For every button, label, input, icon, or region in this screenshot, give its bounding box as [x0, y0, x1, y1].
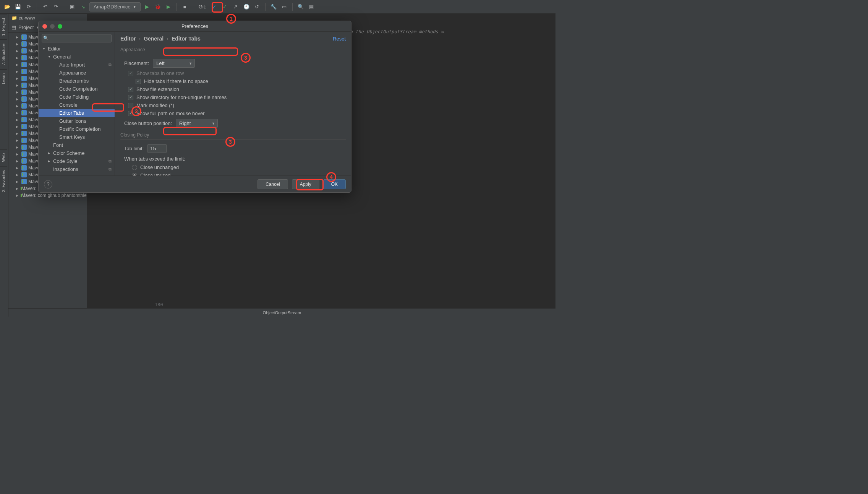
todo-icon[interactable]: ▤ [307, 3, 316, 11]
minimize-window-icon[interactable] [50, 24, 55, 29]
project-header-label: Project [18, 24, 34, 30]
pref-tree-editor-tabs[interactable]: Editor Tabs [39, 109, 115, 117]
stop-icon[interactable]: ■ [181, 3, 189, 11]
chk-show-dir[interactable] [128, 95, 133, 100]
status-text: ObjectOutputStream [263, 310, 301, 315]
project-view-icon: ▤ [11, 24, 16, 30]
cancel-button[interactable]: Cancel [257, 179, 288, 189]
zoom-window-icon[interactable] [58, 24, 62, 29]
caret-down-icon: ▼ [133, 5, 136, 9]
dialog-title: Preferences [181, 23, 208, 29]
gutter-tab-project[interactable]: 1: Project [0, 14, 7, 39]
preferences-search-input[interactable] [42, 34, 112, 42]
hammer-icon[interactable]: ↘ [79, 3, 87, 11]
pref-tree-code-completion[interactable]: Code Completion [39, 85, 115, 93]
help-icon[interactable]: ? [44, 180, 52, 188]
save-icon[interactable]: 💾 [14, 3, 22, 11]
chk-file-ext[interactable] [128, 87, 133, 92]
separator [64, 3, 64, 11]
gutter-tab-learn[interactable]: Learn [0, 69, 7, 88]
module-icon [21, 165, 27, 171]
expand-icon: ▶ [16, 187, 18, 190]
pref-tree-smart-keys[interactable]: Smart Keys [39, 133, 115, 141]
crumb-editor[interactable]: Editor [120, 36, 136, 42]
tab-limit-input[interactable] [147, 144, 167, 153]
pref-tree-auto-import[interactable]: Auto Import⧉ [39, 61, 115, 69]
expand-icon: ▶ [16, 63, 20, 67]
tree-item-label: Maven: com github phantomthief [21, 193, 87, 198]
ok-button[interactable]: OK [323, 179, 346, 189]
separator [193, 3, 193, 11]
radio-unused-label: Close unused [140, 172, 171, 176]
pref-tree-color-scheme[interactable]: ▶Color Scheme [39, 149, 115, 157]
left-tool-gutter: 1: Project 7: Structure Learn Web 2: Fav… [0, 14, 8, 317]
sync-icon[interactable]: ⟳ [24, 3, 33, 11]
crumb-general[interactable]: General [144, 36, 164, 42]
run-config-selector[interactable]: AmapGDService ▼ [89, 2, 141, 11]
close-window-icon[interactable] [42, 24, 47, 29]
radio-close-unused[interactable] [132, 173, 137, 176]
pref-tree-code-folding[interactable]: Code Folding [39, 93, 115, 101]
radio-close-unchanged[interactable] [132, 165, 137, 170]
project-tree-item[interactable]: ▶Maven: com github phantomthief [8, 192, 87, 199]
git-revert-icon[interactable]: ↺ [253, 3, 261, 11]
search-icon[interactable]: 🔍 [296, 3, 305, 11]
module-icon [21, 172, 27, 177]
expand-icon: ▶ [16, 91, 20, 94]
module-icon [21, 89, 27, 95]
pref-tree-breadcrumbs[interactable]: Breadcrumbs [39, 77, 115, 85]
section-appearance-title: Appearance [120, 44, 346, 54]
run-icon[interactable]: ▶ [143, 3, 151, 11]
tree-node-label: Smart Keys [59, 134, 85, 140]
git-history-icon[interactable]: 🕘 [242, 3, 251, 11]
settings-icon[interactable]: 🔧 [269, 3, 278, 11]
git-push-icon[interactable]: ↗ [232, 3, 240, 11]
pref-tree-gutter-icons[interactable]: Gutter Icons [39, 117, 115, 125]
pref-tree-general[interactable]: ▼General [39, 53, 115, 61]
undo-icon[interactable]: ↶ [41, 3, 49, 11]
pref-tree-inspections[interactable]: Inspections⧉ [39, 165, 115, 173]
git-pull-icon[interactable]: ↙ [210, 3, 219, 11]
chk-one-row[interactable] [128, 71, 133, 76]
module-icon [21, 41, 27, 47]
pref-tree-font[interactable]: Font [39, 141, 115, 149]
folder-icon: 📁 [11, 15, 17, 21]
module-icon [21, 62, 27, 67]
search-icon: 🔍 [43, 36, 49, 41]
placement-select[interactable]: Left ▼ [153, 59, 195, 68]
redo-icon[interactable]: ↷ [52, 3, 60, 11]
close-pos-select[interactable]: Right ▼ [176, 119, 218, 128]
gutter-tab-structure[interactable]: 7: Structure [0, 39, 7, 69]
gutter-tab-web[interactable]: Web [0, 149, 7, 166]
preferences-tree[interactable]: ▼Editor▼GeneralAuto Import⧉AppearanceBre… [39, 45, 115, 176]
expand-icon: ▶ [16, 173, 20, 177]
chk-full-path[interactable] [128, 111, 133, 116]
pref-tree-postfix-completion[interactable]: Postfix Completion [39, 125, 115, 133]
exceed-label: When tabs exceed the limit: [124, 156, 185, 162]
pref-tree-console[interactable]: Console [39, 101, 115, 109]
git-label: Git: [199, 4, 206, 10]
chk-mark-modified[interactable] [128, 103, 133, 108]
module-icon [21, 48, 27, 54]
reset-link[interactable]: Reset [333, 36, 346, 42]
tree-node-label: Code Completion [59, 86, 97, 92]
expand-icon: ▶ [16, 132, 20, 135]
coverage-icon[interactable]: ▶ [164, 3, 173, 11]
debug-icon[interactable]: 🐞 [154, 3, 162, 11]
structure-icon[interactable]: ▭ [280, 3, 288, 11]
pref-tree-code-style[interactable]: ▶Code Style⧉ [39, 157, 115, 165]
apply-button[interactable]: Apply [292, 179, 319, 189]
placement-value: Left [156, 60, 165, 66]
module-icon [21, 145, 27, 150]
placement-label: Placement: [124, 60, 149, 66]
chk-hide-tabs[interactable] [136, 79, 141, 84]
pref-tree-appearance[interactable]: Appearance [39, 69, 115, 77]
module-icon [21, 179, 27, 184]
git-commit-icon[interactable]: ✓ [221, 3, 229, 11]
pref-tree-editor[interactable]: ▼Editor [39, 45, 115, 53]
radio-unchanged-label: Close unchanged [140, 164, 179, 170]
chk-ext-label: Show file extension [136, 86, 179, 92]
open-icon[interactable]: 📂 [3, 3, 11, 11]
gutter-tab-favorites[interactable]: 2: Favorites [0, 166, 7, 196]
build-icon[interactable]: ▣ [68, 3, 76, 11]
